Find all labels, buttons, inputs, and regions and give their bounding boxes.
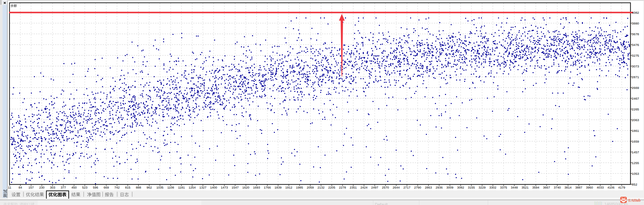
svg-text:596: 596 xyxy=(93,186,98,189)
svg-text:742: 742 xyxy=(114,186,120,189)
svg-text:1181: 1181 xyxy=(178,186,185,189)
svg-text:3073: 3073 xyxy=(632,64,639,68)
svg-text:2570: 2570 xyxy=(382,186,389,189)
svg-text:3594: 3594 xyxy=(532,186,539,189)
svg-text:11: 11 xyxy=(8,186,11,189)
svg-text:1839: 1839 xyxy=(275,186,282,189)
svg-text:4033: 4033 xyxy=(597,186,604,189)
svg-text:2205: 2205 xyxy=(328,186,335,189)
svg-text:2863: 2863 xyxy=(425,186,432,189)
svg-text:1861: 1861 xyxy=(632,129,639,133)
svg-text:230: 230 xyxy=(39,186,45,189)
svg-text:4179: 4179 xyxy=(618,186,625,189)
svg-text:EAHub: EAHub xyxy=(629,198,641,203)
svg-text:1659: 1659 xyxy=(632,140,639,143)
svg-text:2871: 2871 xyxy=(632,75,639,79)
svg-text:157: 157 xyxy=(29,186,34,189)
svg-text:3229: 3229 xyxy=(479,186,486,189)
svg-text:2351: 2351 xyxy=(350,186,357,189)
svg-text:1766: 1766 xyxy=(264,186,271,189)
svg-text:2936: 2936 xyxy=(436,186,443,189)
svg-text:2790: 2790 xyxy=(414,186,421,189)
svg-text:Default: Default xyxy=(375,202,388,205)
svg-text:4106: 4106 xyxy=(607,186,614,189)
svg-text:2644: 2644 xyxy=(393,186,400,189)
svg-text:523: 523 xyxy=(82,186,88,189)
svg-text:3375: 3375 xyxy=(500,186,507,189)
svg-text:1457: 1457 xyxy=(632,150,639,154)
svg-text:1108: 1108 xyxy=(167,186,174,189)
svg-text:3082: 3082 xyxy=(457,186,464,189)
svg-text:1400: 1400 xyxy=(210,186,217,189)
svg-text:1255: 1255 xyxy=(632,161,639,165)
svg-text:1693: 1693 xyxy=(253,186,260,189)
svg-text:1473: 1473 xyxy=(221,186,228,189)
svg-text:3009: 3009 xyxy=(446,186,453,189)
svg-text:3667: 3667 xyxy=(543,186,550,189)
svg-text:2717: 2717 xyxy=(403,186,410,189)
svg-text:1985: 1985 xyxy=(296,186,303,189)
svg-text:1327: 1327 xyxy=(199,186,206,189)
svg-text:2669: 2669 xyxy=(632,86,639,90)
svg-text:303: 303 xyxy=(50,186,55,189)
svg-text:3960: 3960 xyxy=(586,186,593,189)
svg-text:4082: 4082 xyxy=(632,11,639,14)
svg-text:2424: 2424 xyxy=(360,186,367,189)
svg-text:2059: 2059 xyxy=(307,186,314,189)
svg-text:3448: 3448 xyxy=(511,186,518,189)
svg-text:3887: 3887 xyxy=(575,186,582,189)
svg-text:450: 450 xyxy=(71,186,77,189)
svg-text:2063: 2063 xyxy=(632,118,639,122)
svg-text:3521: 3521 xyxy=(522,186,529,189)
svg-text:3880: 3880 xyxy=(632,21,639,25)
svg-text:3275: 3275 xyxy=(632,54,639,57)
svg-text:3302: 3302 xyxy=(489,186,496,189)
svg-text:3678: 3678 xyxy=(632,32,639,36)
svg-text:3740: 3740 xyxy=(554,186,561,189)
svg-text:1053: 1053 xyxy=(632,172,639,175)
svg-text:815: 815 xyxy=(125,186,131,189)
svg-text:2132: 2132 xyxy=(317,186,325,189)
svg-text:888: 888 xyxy=(136,186,141,189)
svg-text:2497: 2497 xyxy=(371,186,378,189)
svg-text:84: 84 xyxy=(18,186,22,189)
svg-text:2467: 2467 xyxy=(632,97,639,100)
svg-text:377: 377 xyxy=(61,186,66,189)
svg-text:669: 669 xyxy=(104,186,109,189)
svg-text:962: 962 xyxy=(147,186,152,189)
svg-text:852: 852 xyxy=(632,183,637,186)
svg-text:3814: 3814 xyxy=(564,186,572,189)
svg-text:2278: 2278 xyxy=(339,186,346,189)
svg-text:3476: 3476 xyxy=(632,43,639,47)
svg-text:1254: 1254 xyxy=(189,186,196,189)
svg-text:1912: 1912 xyxy=(285,186,292,189)
svg-text:3155: 3155 xyxy=(468,186,475,189)
svg-text:1620: 1620 xyxy=(242,186,249,189)
svg-text:1035: 1035 xyxy=(156,186,163,189)
svg-text:1547: 1547 xyxy=(232,186,239,189)
svg-text:2265: 2265 xyxy=(632,107,639,111)
